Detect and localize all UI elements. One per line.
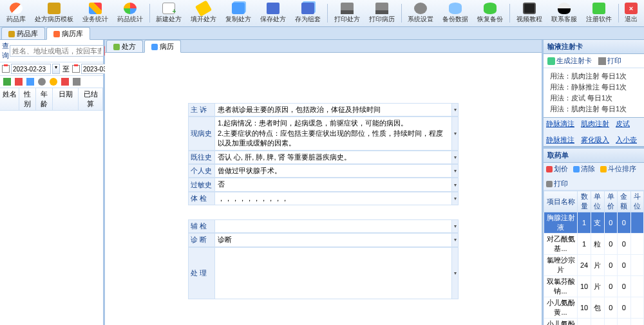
tool-settings-icon xyxy=(414,3,427,14)
remove-icon[interactable] xyxy=(61,78,69,86)
field-treat-value[interactable] xyxy=(215,247,452,299)
inj-tab[interactable]: 皮试 xyxy=(616,119,630,129)
inj-tab[interactable]: 入小壶 xyxy=(616,135,637,145)
tab-record-lib[interactable]: 病历库 xyxy=(46,27,90,40)
order-price-button[interactable]: 划价 xyxy=(546,164,568,174)
field-treat: 处 理▾ xyxy=(188,247,459,299)
field-treat-dropdown[interactable]: ▾ xyxy=(452,247,459,299)
field-present-dropdown[interactable]: ▾ xyxy=(452,116,459,149)
tool-save-set-icon xyxy=(301,3,314,14)
tool-drug-lib-icon xyxy=(10,3,23,14)
print-card-button[interactable]: 打印 xyxy=(598,56,621,66)
usage-line: 用法：静脉推注 每日1次 xyxy=(546,82,641,93)
tool-copy-rx[interactable]: 复制处方 xyxy=(222,1,255,25)
field-diag-dropdown[interactable]: ▾ xyxy=(452,233,459,246)
tool-backup-icon xyxy=(449,3,462,14)
field-chief-dropdown[interactable]: ▾ xyxy=(452,103,459,116)
tool-fill-rx[interactable]: 填开处方 xyxy=(187,1,220,25)
field-chief: 主 诉患者就诊最主要的原因，包括政治，体征及持续时间▾ xyxy=(188,103,459,116)
new-icon[interactable] xyxy=(3,78,11,86)
field-allergy-value[interactable]: 否 xyxy=(215,178,452,190)
field-personal-value[interactable]: 曾做过甲状腺手术。 xyxy=(215,164,452,177)
tab-prescription[interactable]: 处方 xyxy=(106,40,143,52)
tool-print-rx[interactable]: 打印处方 xyxy=(330,1,364,25)
gen-card-button[interactable]: 生成注射卡 xyxy=(547,56,592,66)
order-row[interactable]: 双氯芬酸钠...10片00 xyxy=(544,276,644,297)
tool-video[interactable]: 视频教程 xyxy=(513,1,546,25)
date-from-dd[interactable]: ▾ xyxy=(52,64,60,74)
field-exam-value[interactable]: ，，，，，，，，，， xyxy=(215,192,452,205)
tool-restore[interactable]: 恢复备份 xyxy=(473,1,507,25)
tool-register-icon xyxy=(592,3,605,14)
order-print-button[interactable]: 打印 xyxy=(546,179,568,189)
field-past-label: 既往史 xyxy=(188,151,215,163)
field-chief-value[interactable]: 患者就诊最主要的原因，包括政治，体征及持续时间 xyxy=(215,103,452,116)
inj-tab[interactable]: 雾化吸入 xyxy=(581,135,609,145)
field-aux-label: 辅 检 xyxy=(188,219,215,232)
tool-exit[interactable]: 退出 xyxy=(621,1,641,25)
field-diag: 诊 断诊断▾ xyxy=(188,233,459,246)
edit-icon[interactable] xyxy=(26,78,34,86)
field-past-dropdown[interactable]: ▾ xyxy=(452,151,459,163)
tool-biz-stats[interactable]: 业务统计 xyxy=(79,1,112,25)
tool-drug-lib[interactable]: 药品库 xyxy=(3,1,30,25)
tool-support[interactable]: 联系客服 xyxy=(547,1,581,25)
order-clear-button[interactable]: 清除 xyxy=(573,164,595,174)
tool-copy-rx-icon xyxy=(232,3,245,14)
field-personal-dropdown[interactable]: ▾ xyxy=(452,164,459,177)
tool-backup[interactable]: 备份数据 xyxy=(439,1,472,25)
tool-restore-icon xyxy=(484,3,497,14)
field-present-value[interactable]: 1.起病情况：患者时间，起病缓急，前驱症状，可能的病因。 2.主要症状的特点：应… xyxy=(215,116,452,149)
tool-drug-stats[interactable]: 药品统计 xyxy=(113,1,147,25)
tool-print-rx-icon xyxy=(341,3,354,14)
patient-grid-header: 姓名 性别 年龄 日期 已结算 xyxy=(0,88,103,111)
tool-new-rx[interactable]: 新建处方 xyxy=(152,1,185,25)
field-allergy-dropdown[interactable]: ▾ xyxy=(452,178,459,190)
refresh-icon[interactable] xyxy=(38,78,46,86)
tool-drug-stats-icon xyxy=(124,3,137,14)
date-from-input[interactable] xyxy=(11,64,51,74)
usage-line: 用法：皮试 每日1次 xyxy=(546,93,641,104)
injection-card-body: 用法：肌肉注射 每日1次用法：静脉推注 每日1次用法：皮试 每日1次用法：肌肉注… xyxy=(544,68,644,117)
tool-exit-icon xyxy=(625,3,638,14)
order-row[interactable]: 氯唑沙宗片24片00 xyxy=(544,255,644,276)
field-present-label: 现病史 xyxy=(188,116,215,149)
field-aux-value[interactable] xyxy=(215,219,452,232)
tool-settings[interactable]: 系统设置 xyxy=(404,1,437,25)
tool-rx-template[interactable]: 处方病历模板 xyxy=(31,1,77,25)
inj-tab[interactable]: 静脉滴注 xyxy=(546,119,574,129)
tool-rx-template-icon xyxy=(48,3,61,14)
order-row[interactable]: 小儿氨酚黄...10包00 xyxy=(544,297,644,319)
tab-history[interactable]: 病历 xyxy=(144,40,181,53)
find-icon[interactable] xyxy=(50,78,57,86)
order-row[interactable]: 胸腺注射液1支00 xyxy=(544,212,644,234)
tool-register[interactable]: 注册软件 xyxy=(582,1,616,25)
injection-type-tabs: 静脉滴注肌肉注射皮试静脉推注雾化吸入入小壶 xyxy=(544,117,644,147)
field-past: 既往史否认 心, 肝, 肺, 脾, 肾 等重要脏器疾病史。▾ xyxy=(188,151,459,164)
tool-save-rx[interactable]: 保存处方 xyxy=(256,1,290,25)
main-toolbar: 药品库处方病历模板业务统计药品统计新建处方填开处方复制处方保存处方存为组套打印处… xyxy=(0,0,644,27)
field-present: 现病史1.起病情况：患者时间，起病缓急，前驱症状，可能的病因。 2.主要症状的特… xyxy=(188,116,459,150)
field-allergy-label: 过敏史 xyxy=(188,178,215,190)
tool-print-record-icon xyxy=(375,3,388,14)
tool-print-record[interactable]: 打印病历 xyxy=(365,1,399,25)
delete-icon[interactable] xyxy=(15,78,23,86)
inj-tab[interactable]: 肌肉注射 xyxy=(581,119,609,129)
field-aux-dropdown[interactable]: ▾ xyxy=(452,219,459,232)
field-diag-value[interactable]: 诊断 xyxy=(215,233,452,246)
search-input[interactable] xyxy=(10,45,104,57)
medical-record-form: 主 诉患者就诊最主要的原因，包括政治，体征及持续时间▾现病史1.起病情况：患者时… xyxy=(105,53,542,325)
patient-grid-body[interactable] xyxy=(0,111,103,325)
field-exam-dropdown[interactable]: ▾ xyxy=(452,192,459,205)
order-sort-button[interactable]: 斗位排序 xyxy=(600,164,636,174)
field-diag-label: 诊 断 xyxy=(188,233,215,246)
field-personal-label: 个人史 xyxy=(188,164,215,177)
inj-tab[interactable]: 静脉推注 xyxy=(546,135,574,145)
print-icon[interactable] xyxy=(73,78,80,86)
order-row[interactable]: 对乙酰氨基...1粒00 xyxy=(544,234,644,255)
tab-drug-lib[interactable]: 药品库 xyxy=(1,27,45,39)
order-title: 取药单 xyxy=(544,149,644,163)
tool-save-set[interactable]: 存为组套 xyxy=(291,1,325,25)
field-past-value[interactable]: 否认 心, 肝, 肺, 脾, 肾 等重要脏器疾病史。 xyxy=(215,151,452,163)
order-row[interactable]: 小儿氨酚黄...40片00 xyxy=(544,319,644,326)
